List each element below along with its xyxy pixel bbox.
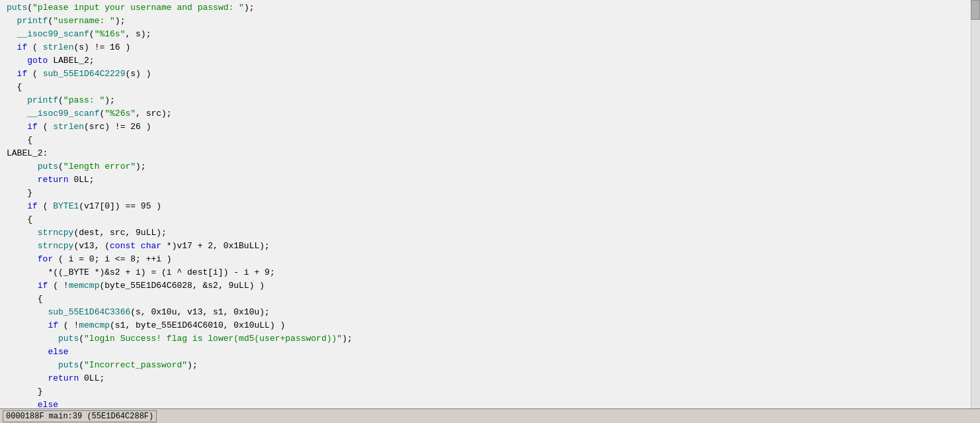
code-line: strncpy(v13, (const char *)v17 + 2, 0x1B… xyxy=(7,240,980,253)
code-line: if ( strlen(src) != 26 ) xyxy=(7,120,980,134)
code-line: *((_BYTE *)&s2 + i) = (i ^ dest[i]) - i … xyxy=(7,266,980,279)
code-line: puts("length error"); xyxy=(7,160,980,173)
code-line: for ( i = 0; i <= 8; ++i ) xyxy=(7,253,980,266)
code-line: __isoc99_scanf("%16s", s); xyxy=(7,28,980,41)
status-text: 0000188F main:39 (55E1D64C288F) xyxy=(3,410,157,422)
status-bar: 0000188F main:39 (55E1D64C288F) xyxy=(0,408,980,423)
code-line: puts("Incorrect_password"); xyxy=(7,359,980,372)
code-line: { xyxy=(7,293,980,306)
code-line: else xyxy=(7,399,980,408)
code-line: else xyxy=(7,346,980,359)
code-line: __isoc99_scanf("%26s", src); xyxy=(7,107,980,120)
main-container: puts("please input your username and pas… xyxy=(0,0,980,423)
code-line: strncpy(dest, src, 9uLL); xyxy=(7,226,980,240)
code-line: return 0LL; xyxy=(7,372,980,385)
code-lines: puts("please input your username and pas… xyxy=(0,1,980,408)
code-line: if ( sub_55E1D64C2229(s) ) xyxy=(7,68,980,81)
code-line: puts("login Success! flag is lower(md5(u… xyxy=(7,332,980,346)
code-line: goto LABEL_2; xyxy=(7,54,980,68)
code-line: printf("pass: "); xyxy=(7,94,980,107)
code-line: { xyxy=(7,81,980,94)
code-line: { xyxy=(7,134,980,147)
code-line: sub_55E1D64C3366(s, 0x10u, v13, s1, 0x10… xyxy=(7,306,980,319)
code-line: { xyxy=(7,213,980,226)
scrollbar-thumb[interactable] xyxy=(971,0,980,20)
code-line: } xyxy=(7,385,980,399)
code-line: if ( strlen(s) != 16 ) xyxy=(7,41,980,54)
scrollbar[interactable] xyxy=(971,0,980,408)
code-line: if ( !memcmp(s1, byte_55E1D64C6010, 0x10… xyxy=(7,319,980,332)
code-line: if ( BYTE1(v17[0]) == 95 ) xyxy=(7,200,980,213)
code-line: puts("please input your username and pas… xyxy=(7,1,980,15)
code-area[interactable]: puts("please input your username and pas… xyxy=(0,0,980,408)
code-line: printf("username: "); xyxy=(7,15,980,28)
code-line: return 0LL; xyxy=(7,173,980,187)
code-line: } xyxy=(7,187,980,200)
code-line: LABEL_2: xyxy=(7,147,980,160)
code-line: if ( !memcmp(byte_55E1D64C6028, &s2, 9uL… xyxy=(7,279,980,293)
